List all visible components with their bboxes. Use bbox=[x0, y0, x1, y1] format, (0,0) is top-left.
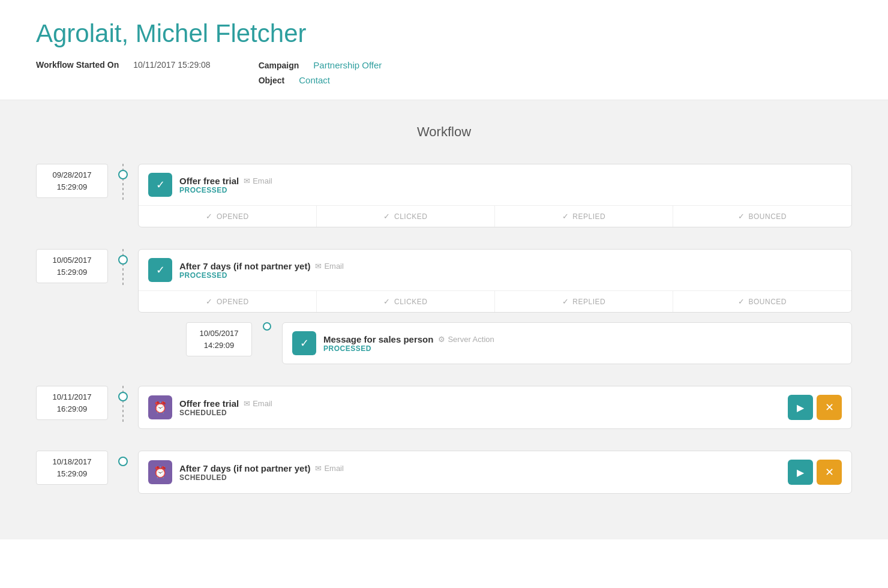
sub-action-type: ⚙ Server Action bbox=[438, 335, 494, 344]
sub-content: ✓ Message for sales person ⚙ Server Acti… bbox=[282, 322, 852, 364]
action-card-header: ✓ Offer free trial ✉ Email PROCESSED bbox=[139, 164, 851, 205]
workflow-started-meta: Workflow Started On 10/11/2017 15:29:08 bbox=[36, 60, 211, 70]
timeline-date: 10/05/2017 15:29:09 bbox=[36, 249, 108, 283]
action-name: Offer free trial ✉ Email bbox=[179, 398, 773, 409]
stat-replied: ✓ REPLIED bbox=[495, 291, 673, 312]
timeline-connector bbox=[108, 386, 138, 401]
page-title: Agrolait, Michel Fletcher bbox=[36, 19, 852, 48]
sub-check-icon: ✓ bbox=[292, 331, 316, 355]
timeline-content: ⏰ After 7 days (if not partner yet) ✉ Em… bbox=[138, 451, 852, 494]
action-stats: ✓ OPENED ✓ CLICKED ✓ REPLIED ✓ bbox=[139, 290, 851, 312]
timeline-content: ✓ Offer free trial ✉ Email PROCESSED bbox=[138, 164, 852, 227]
timeline-dot bbox=[118, 255, 128, 265]
action-stats: ✓ OPENED ✓ CLICKED ✓ REPLIED ✓ bbox=[139, 205, 851, 227]
action-card: ⏰ Offer free trial ✉ Email SCHEDULED bbox=[138, 386, 852, 429]
sub-action-status: PROCESSED bbox=[323, 344, 842, 353]
timeline-connector bbox=[108, 249, 138, 265]
action-card-header: ⏰ Offer free trial ✉ Email SCHEDULED bbox=[139, 386, 851, 428]
action-info: After 7 days (if not partner yet) ✉ Emai… bbox=[179, 261, 842, 280]
stat-clicked: ✓ CLICKED bbox=[317, 206, 495, 227]
object-row: Object Contact bbox=[259, 75, 382, 85]
timeline-content: ⏰ Offer free trial ✉ Email SCHEDULED bbox=[138, 386, 852, 429]
campaign-label: Campaign bbox=[259, 61, 299, 70]
cancel-button[interactable]: ✕ bbox=[817, 395, 842, 420]
stat-opened: ✓ OPENED bbox=[139, 291, 317, 312]
sub-timeline-inner: 10/05/2017 14:29:09 ✓ bbox=[186, 322, 852, 364]
stat-bounced: ✓ BOUNCED bbox=[673, 206, 851, 227]
timeline-connector bbox=[108, 451, 138, 466]
sub-timeline-item: 10/05/2017 14:29:09 ✓ bbox=[186, 322, 852, 364]
timeline-date: 09/28/2017 15:29:09 bbox=[36, 164, 108, 198]
timeline-connector bbox=[108, 164, 138, 179]
sub-action-info: Message for sales person ⚙ Server Action… bbox=[323, 334, 842, 353]
action-status: SCHEDULED bbox=[179, 409, 773, 417]
workflow-started-label: Workflow Started On bbox=[36, 60, 119, 70]
action-card: ⏰ After 7 days (if not partner yet) ✉ Em… bbox=[138, 451, 852, 494]
action-type: ✉ Email bbox=[244, 399, 272, 408]
action-status: PROCESSED bbox=[179, 186, 842, 194]
action-name: Offer free trial ✉ Email bbox=[179, 176, 842, 186]
sub-connector bbox=[252, 322, 282, 331]
timeline-item: 10/18/2017 15:29:09 ⏰ After 7 days (if n… bbox=[36, 451, 852, 494]
play-button[interactable]: ▶ bbox=[788, 395, 813, 420]
timeline-item: 10/11/2017 16:29:09 ⏰ Offer free trial bbox=[36, 386, 852, 429]
workflow-title: Workflow bbox=[36, 124, 852, 140]
action-buttons: ▶ ✕ bbox=[788, 460, 842, 485]
timeline-content: ✓ After 7 days (if not partner yet) ✉ Em… bbox=[138, 249, 852, 364]
check-icon: ✓ bbox=[148, 173, 172, 197]
action-buttons: ▶ ✕ bbox=[788, 395, 842, 420]
header-meta: Workflow Started On 10/11/2017 15:29:08 … bbox=[36, 60, 852, 85]
action-type: ✉ Email bbox=[244, 176, 272, 185]
action-name: After 7 days (if not partner yet) ✉ Emai… bbox=[179, 261, 842, 271]
object-label: Object bbox=[259, 76, 285, 85]
timeline-date: 10/18/2017 15:29:09 bbox=[36, 451, 108, 485]
sub-action-name: Message for sales person ⚙ Server Action bbox=[323, 334, 842, 344]
sub-action-card-header: ✓ Message for sales person ⚙ Server Acti… bbox=[283, 323, 851, 364]
scheduled-icon: ⏰ bbox=[148, 395, 172, 419]
page-header: Agrolait, Michel Fletcher Workflow Start… bbox=[0, 0, 888, 100]
sub-timeline-date: 10/05/2017 14:29:09 bbox=[186, 322, 252, 356]
action-type: ✉ Email bbox=[315, 262, 344, 271]
stat-clicked: ✓ CLICKED bbox=[317, 291, 495, 312]
scheduled-icon: ⏰ bbox=[148, 460, 172, 484]
workflow-section: Workflow 09/28/2017 15:29:09 ✓ bbox=[0, 100, 888, 539]
cancel-button[interactable]: ✕ bbox=[817, 460, 842, 485]
sub-action-card: ✓ Message for sales person ⚙ Server Acti… bbox=[282, 322, 852, 364]
workflow-started-value: 10/11/2017 15:29:08 bbox=[133, 60, 210, 70]
timeline-item: 09/28/2017 15:29:09 ✓ Offer free trial bbox=[36, 164, 852, 227]
timeline-dot bbox=[118, 170, 128, 179]
timeline-item: 10/05/2017 15:29:09 ✓ After 7 days (if n… bbox=[36, 249, 852, 364]
action-info: Offer free trial ✉ Email PROCESSED bbox=[179, 176, 842, 194]
campaign-value-link[interactable]: Partnership Offer bbox=[313, 60, 382, 70]
campaign-row: Campaign Partnership Offer bbox=[259, 60, 382, 70]
action-status: SCHEDULED bbox=[179, 473, 773, 482]
action-info: After 7 days (if not partner yet) ✉ Emai… bbox=[179, 463, 773, 482]
timeline: 09/28/2017 15:29:09 ✓ Offer free trial bbox=[36, 164, 852, 494]
timeline-dot bbox=[118, 457, 128, 466]
timeline-dot bbox=[118, 392, 128, 401]
action-card: ✓ After 7 days (if not partner yet) ✉ Em… bbox=[138, 249, 852, 313]
action-name: After 7 days (if not partner yet) ✉ Emai… bbox=[179, 463, 773, 473]
timeline-date: 10/11/2017 16:29:09 bbox=[36, 386, 108, 420]
play-button[interactable]: ▶ bbox=[788, 460, 813, 485]
object-value-link[interactable]: Contact bbox=[299, 75, 330, 85]
campaign-meta: Campaign Partnership Offer Object Contac… bbox=[259, 60, 382, 85]
action-card-header: ✓ After 7 days (if not partner yet) ✉ Em… bbox=[139, 250, 851, 290]
action-card-header: ⏰ After 7 days (if not partner yet) ✉ Em… bbox=[139, 451, 851, 493]
stat-replied: ✓ REPLIED bbox=[495, 206, 673, 227]
stat-bounced: ✓ BOUNCED bbox=[673, 291, 851, 312]
check-icon: ✓ bbox=[148, 258, 172, 282]
action-card: ✓ Offer free trial ✉ Email PROCESSED bbox=[138, 164, 852, 227]
action-info: Offer free trial ✉ Email SCHEDULED bbox=[179, 398, 773, 417]
action-status: PROCESSED bbox=[179, 271, 842, 280]
action-type: ✉ Email bbox=[315, 464, 344, 473]
stat-opened: ✓ OPENED bbox=[139, 206, 317, 227]
sub-dot bbox=[263, 322, 271, 331]
